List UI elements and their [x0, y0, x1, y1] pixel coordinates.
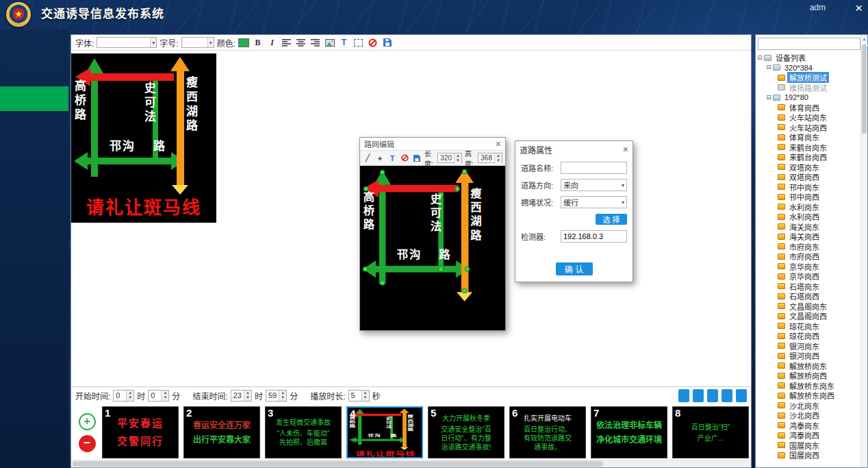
tree-row[interactable]: ⊟ 银河岗西: [756, 351, 860, 361]
tree-row[interactable]: ⊟ 文昌阁岗东: [756, 301, 860, 312]
sidebar-menu-item[interactable]: [0, 185, 68, 210]
tree-row[interactable]: ⊟ 石塔岗东: [756, 282, 860, 292]
add-program-button[interactable]: +: [79, 413, 96, 430]
dialog-titlebar[interactable]: 道路属性 ×: [515, 141, 633, 158]
program-thumbnail[interactable]: 8 百日整治“扫” 产业广...: [672, 406, 749, 458]
vertical-scrollbar[interactable]: ▲: [860, 35, 867, 467]
tree-row[interactable]: ⊟ 设备列表: [756, 53, 860, 63]
tree-row[interactable]: ⊟ 来鹤台岗东: [756, 143, 860, 153]
spin-up-icon[interactable]: ▲: [162, 391, 168, 396]
align-right-icon[interactable]: [309, 37, 321, 49]
chevron-down-icon[interactable]: ▾: [622, 199, 624, 206]
spin-up-icon[interactable]: ▲: [279, 391, 286, 396]
sidebar-menu-item[interactable]: [0, 160, 68, 185]
sidebar-menu-item[interactable]: [0, 111, 68, 136]
tree-row[interactable]: ⊟ 水利岗西: [756, 212, 860, 222]
spin-up-icon[interactable]: ▲: [127, 391, 133, 396]
road-direction-select[interactable]: 来向▾: [561, 179, 627, 191]
tree-row[interactable]: ⊟ 解放桥东岗西: [756, 391, 860, 401]
spin-down-icon[interactable]: ▼: [455, 158, 461, 163]
bold-button[interactable]: B: [252, 37, 264, 49]
tree-row[interactable]: ⊟ 市府岗东: [756, 242, 860, 252]
tree-row[interactable]: ⊟ 鸿泰岗西: [756, 430, 860, 441]
program-thumbnail[interactable]: 5 大力开展秋冬季 交通安全整治“百 日行动”、有力整 治道路交通事故!: [428, 406, 505, 458]
tree-row[interactable]: ⊟ 京华岗东: [756, 262, 860, 272]
detector-input[interactable]: [563, 232, 624, 241]
program-thumbnail[interactable]: 1 平安春运 交警同行: [102, 406, 179, 458]
road-name-input[interactable]: [563, 164, 624, 172]
align-left-icon[interactable]: [281, 37, 292, 49]
road-editor-canvas[interactable]: 高桥路 史可法 瘦西湖路 邗沟 路: [360, 166, 505, 330]
spin-up-icon[interactable]: ▲: [244, 391, 251, 396]
spin-up-icon[interactable]: ▲: [495, 153, 502, 158]
tree-row[interactable]: ⊟ 国展岗东: [756, 441, 860, 451]
draw-line-icon[interactable]: ╱: [363, 153, 372, 163]
tree-row[interactable]: ⊟ 火车站岗东: [756, 112, 860, 123]
program-thumbnail[interactable]: 7 依法治理非标车辆 净化城市交通环境: [591, 406, 667, 458]
tree-expander-icon[interactable]: ⊟: [765, 95, 772, 101]
sidebar-menu-item[interactable]: [0, 62, 68, 86]
length-stepper[interactable]: 320▲▼: [437, 153, 462, 163]
spin-up-icon[interactable]: ▲: [362, 391, 369, 396]
tree-row[interactable]: ⊟ 体育岗西: [756, 103, 860, 113]
horizontal-scrollbar[interactable]: [71, 460, 751, 467]
sidebar-menu-item[interactable]: [0, 86, 68, 111]
tree-row[interactable]: ⊟ 海关岗东: [756, 222, 860, 232]
tree-row[interactable]: ⊟ 邗中岗东: [756, 182, 860, 193]
close-icon[interactable]: ×: [623, 145, 628, 154]
program-thumbnail[interactable]: 6 扎实开展电动车 百日整治行动、 有效防范道路交 通事故。: [509, 406, 586, 458]
align-center-icon[interactable]: [295, 37, 307, 49]
spin-down-icon[interactable]: ▼: [244, 395, 251, 401]
save-icon[interactable]: [412, 153, 422, 163]
height-stepper[interactable]: 368▲▼: [478, 153, 502, 163]
duration-stepper[interactable]: 5▲▼: [348, 390, 370, 402]
scrollbar-thumb[interactable]: [73, 461, 603, 467]
tree-row[interactable]: ⊟ 解放桥岗东: [756, 361, 860, 371]
save-icon[interactable]: [381, 37, 393, 49]
tree-row[interactable]: ⊟ 解放桥测试: [756, 73, 860, 83]
congestion-select[interactable]: 缓行▾: [561, 196, 627, 208]
tree-row[interactable]: ⊟ 市府岗西: [756, 251, 860, 262]
tree-row[interactable]: ⊟ 琼花岗东: [756, 321, 860, 332]
tree-row[interactable]: ⊟ 解放桥东岗东: [756, 381, 860, 391]
tree-row[interactable]: ⊟ 沙北岗西: [756, 410, 860, 421]
tree-row[interactable]: ⊟ 双塔岗西: [756, 172, 860, 182]
program-thumbnail[interactable]: 3 发生轻微交通事故 “人未伤、车能动” 先拍照、后撤离: [265, 406, 342, 458]
tree-expander-icon[interactable]: ⊟: [765, 64, 772, 71]
window-close-icon[interactable]: ×: [855, 1, 863, 16]
tree-row[interactable]: ⊟ 水利岗东: [756, 202, 860, 212]
italic-button[interactable]: I: [266, 37, 278, 49]
tree-row[interactable]: ⊟ 琼花岗西: [756, 331, 860, 341]
chevron-down-icon[interactable]: ▾: [150, 38, 156, 47]
start-minute-stepper[interactable]: 0▲▼: [148, 390, 169, 402]
chevron-down-icon[interactable]: ▾: [622, 182, 624, 188]
program-thumbnail-selected[interactable]: 4 高桥路 史可法 瘦西湖路 邗沟 路 请礼让斑马线: [346, 406, 423, 458]
tree-row[interactable]: ⊟ 双塔岗东: [756, 162, 860, 173]
color-swatch[interactable]: [238, 38, 249, 47]
tree-row[interactable]: ⊟ 解放桥岗西: [756, 371, 860, 381]
start-hour-stepper[interactable]: 0▲▼: [113, 390, 134, 402]
sidebar-menu-item[interactable]: [0, 37, 68, 62]
program-thumbnail[interactable]: 2 春运安全连万家 出行平安靠大家: [183, 406, 260, 458]
spin-up-icon[interactable]: ▲: [455, 153, 461, 158]
forbid-icon[interactable]: [400, 153, 409, 163]
sidebar-menu-item[interactable]: [0, 136, 68, 160]
tree-row[interactable]: ⊟ 320*384: [756, 63, 860, 73]
search-input[interactable]: [758, 38, 860, 50]
action-button[interactable]: [736, 389, 747, 402]
font-size-select[interactable]: ▾: [181, 37, 214, 48]
scrollbar-thumb[interactable]: [862, 45, 867, 134]
text-tool-icon[interactable]: T: [338, 37, 350, 49]
tree-row[interactable]: ⊟ 维扬路测试: [756, 83, 860, 93]
spin-down-icon[interactable]: ▼: [495, 158, 502, 163]
action-button[interactable]: [707, 389, 718, 402]
text-tool-icon[interactable]: T: [387, 153, 397, 163]
close-icon[interactable]: ×: [496, 139, 501, 149]
chevron-down-icon[interactable]: ▾: [207, 38, 214, 47]
spin-down-icon[interactable]: ▼: [127, 395, 133, 401]
tree-row[interactable]: ⊟ 鸿泰岗东: [756, 421, 860, 431]
remove-program-button[interactable]: −: [79, 435, 96, 452]
end-minute-stepper[interactable]: 59▲▼: [266, 390, 287, 402]
tree-row[interactable]: ⊟ 石塔岗西: [756, 291, 860, 301]
insert-image-icon[interactable]: [324, 37, 335, 49]
